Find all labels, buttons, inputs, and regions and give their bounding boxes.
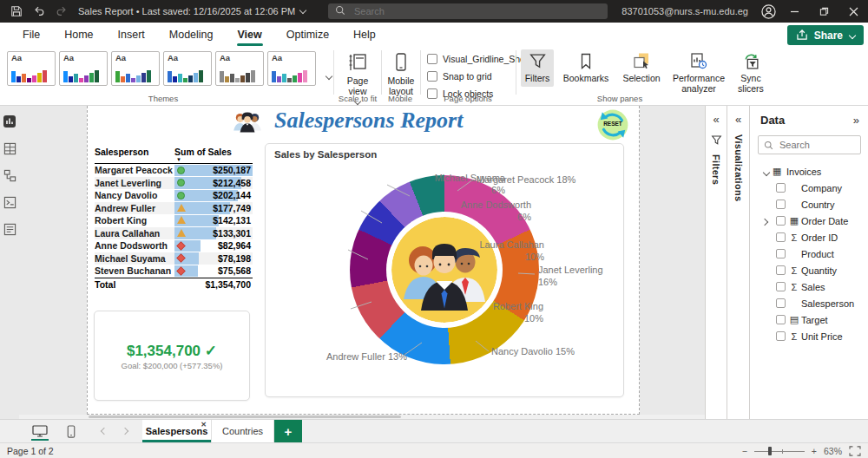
table-row[interactable]: Laura Callahan$133,301 bbox=[95, 227, 253, 240]
field-checkbox[interactable] bbox=[776, 331, 786, 341]
restore-button[interactable] bbox=[809, 0, 838, 23]
collapse-table-icon[interactable] bbox=[759, 167, 769, 177]
field-row-product[interactable]: Product bbox=[750, 245, 868, 262]
zoom-level[interactable]: 63% bbox=[824, 446, 842, 456]
field-row-country[interactable]: Country bbox=[750, 196, 868, 213]
expand-visualizations-icon[interactable]: « bbox=[735, 113, 741, 126]
theme-card-6[interactable]: Aa bbox=[267, 51, 316, 86]
next-page-icon[interactable] bbox=[115, 420, 135, 442]
ribbon-tab-file[interactable]: File bbox=[10, 23, 52, 48]
checkbox[interactable] bbox=[427, 54, 437, 64]
field-row-salesperson[interactable]: Salesperson bbox=[750, 295, 868, 311]
undo-icon[interactable] bbox=[28, 0, 50, 23]
data-search-input[interactable] bbox=[778, 139, 847, 151]
field-checkbox[interactable] bbox=[776, 298, 786, 308]
selection-button[interactable]: Selection bbox=[618, 49, 665, 83]
column-header-sum-of-sales[interactable]: Sum of Sales ▼ bbox=[174, 147, 253, 157]
expand-field-icon[interactable] bbox=[762, 216, 767, 226]
field-checkbox[interactable] bbox=[776, 315, 786, 324]
field-row-order-date[interactable]: ▦Order Date bbox=[750, 213, 868, 229]
field-checkbox[interactable] bbox=[776, 265, 786, 275]
field-checkbox[interactable] bbox=[776, 249, 786, 258]
table-row[interactable]: Janet Leverling$212,458 bbox=[95, 177, 253, 190]
dax-query-view-icon[interactable] bbox=[3, 196, 16, 211]
table-row[interactable]: Michael Suyama$78,198 bbox=[95, 252, 253, 265]
sales-table-header[interactable]: Salesperson Sum of Sales ▼ bbox=[95, 145, 253, 164]
field-checkbox[interactable] bbox=[776, 232, 786, 242]
fit-to-page-icon[interactable] bbox=[849, 446, 861, 456]
prev-page-icon[interactable] bbox=[94, 420, 115, 442]
field-row-target[interactable]: ▤Target bbox=[750, 311, 868, 328]
model-view-icon[interactable] bbox=[3, 169, 16, 184]
filters-ribbon-button[interactable]: Filters bbox=[521, 49, 554, 87]
save-icon[interactable] bbox=[5, 0, 28, 23]
sync-slicers-button[interactable]: Sync slicers bbox=[733, 49, 769, 94]
table-row[interactable]: Steven Buchanan$75,568 bbox=[95, 265, 253, 278]
table-row[interactable]: Nancy Davolio$202,144 bbox=[95, 189, 253, 202]
ribbon-tab-insert[interactable]: Insert bbox=[106, 23, 157, 48]
ribbon-tab-home[interactable]: Home bbox=[52, 23, 105, 48]
field-row-company[interactable]: Company bbox=[750, 180, 868, 196]
page-tab-salespersons[interactable]: Salespersons ✕ bbox=[142, 420, 212, 442]
title-dropdown-chevron-icon[interactable] bbox=[299, 6, 306, 13]
theme-card-1[interactable]: Aa bbox=[7, 51, 56, 86]
reset-button[interactable]: RESET bbox=[596, 108, 629, 141]
ribbon-tab-optimize[interactable]: Optimize bbox=[274, 23, 341, 48]
field-row-order-id[interactable]: ΣOrder ID bbox=[750, 229, 868, 245]
zoom-slider[interactable] bbox=[754, 447, 805, 455]
table-row[interactable]: Andrew Fuller$177,749 bbox=[95, 202, 253, 215]
account-email[interactable]: 83701053@nurs.s-mu.edu.eg bbox=[621, 6, 748, 16]
account-avatar[interactable] bbox=[757, 0, 779, 23]
report-view-icon[interactable] bbox=[3, 114, 16, 130]
table-row[interactable]: Anne Dodsworth$82,964 bbox=[95, 239, 253, 252]
new-page-button[interactable]: + bbox=[274, 420, 302, 442]
filters-pane-collapsed[interactable]: « Filters bbox=[705, 106, 727, 419]
themes-gallery-expand-icon[interactable] bbox=[321, 70, 332, 81]
table-view-icon[interactable] bbox=[3, 142, 16, 157]
report-page-canvas[interactable]: Salespersons Report RESET Salesperson Su… bbox=[87, 106, 640, 415]
field-row-sales[interactable]: ΣSales bbox=[750, 278, 868, 295]
mobile-layout-button[interactable]: Mobile layout bbox=[384, 52, 418, 96]
pie-chart-card[interactable]: Sales by Salesperson bbox=[265, 143, 624, 397]
close-button[interactable] bbox=[838, 0, 868, 23]
zoom-out-button[interactable]: − bbox=[742, 446, 747, 456]
ribbon-tab-modeling[interactable]: Modeling bbox=[157, 23, 226, 48]
expand-filters-icon[interactable]: « bbox=[713, 113, 719, 126]
field-checkbox[interactable] bbox=[776, 183, 786, 193]
share-button[interactable]: Share bbox=[787, 25, 864, 45]
zoom-in-button[interactable]: + bbox=[812, 446, 817, 456]
tmdl-view-icon[interactable] bbox=[3, 223, 16, 238]
theme-card-5[interactable]: Aa bbox=[215, 51, 264, 86]
redo-icon[interactable] bbox=[50, 0, 73, 23]
checkbox[interactable] bbox=[427, 71, 437, 82]
field-row-unit-price[interactable]: ΣUnit Price bbox=[750, 328, 868, 344]
column-header-salesperson[interactable]: Salesperson bbox=[95, 147, 174, 157]
data-search-box[interactable] bbox=[758, 135, 861, 154]
ribbon-tab-help[interactable]: Help bbox=[341, 23, 388, 48]
collapse-data-pane-icon[interactable]: » bbox=[853, 114, 859, 127]
bookmarks-button[interactable]: Bookmarks bbox=[559, 49, 613, 83]
field-row-quantity[interactable]: ΣQuantity bbox=[750, 262, 868, 278]
table-node-invoices[interactable]: ▦ Invoices bbox=[750, 163, 868, 180]
search-input[interactable] bbox=[352, 5, 578, 17]
visualizations-pane-collapsed[interactable]: « Visualizations bbox=[727, 106, 749, 419]
global-search-box[interactable] bbox=[328, 3, 608, 19]
page-tab-countries[interactable]: Countries bbox=[212, 420, 274, 442]
sales-table-visual[interactable]: Salesperson Sum of Sales ▼ Margaret Peac… bbox=[95, 145, 253, 291]
mobile-view-icon[interactable] bbox=[61, 420, 82, 442]
document-title[interactable]: Sales Report • Last saved: 12/16/2025 at… bbox=[78, 6, 295, 16]
field-checkbox[interactable] bbox=[776, 282, 786, 291]
kpi-card[interactable]: $1,354,700 ✓ Goal: $200,000 (+577.35%) bbox=[94, 311, 250, 401]
field-checkbox[interactable] bbox=[776, 200, 786, 209]
close-page-icon[interactable]: ✕ bbox=[201, 421, 207, 429]
field-checkbox[interactable] bbox=[776, 216, 786, 226]
theme-card-4[interactable]: Aa bbox=[163, 51, 212, 86]
table-row[interactable]: Margaret Peacock$250,187 bbox=[95, 164, 253, 177]
theme-card-2[interactable]: Aa bbox=[59, 51, 108, 86]
web-view-icon[interactable] bbox=[30, 420, 50, 442]
minimize-button[interactable] bbox=[779, 0, 809, 23]
performance-analyzer-button[interactable]: Performance analyzer bbox=[670, 49, 727, 94]
table-row[interactable]: Robert King$142,131 bbox=[95, 214, 253, 227]
ribbon-tab-view[interactable]: View bbox=[226, 23, 274, 48]
theme-card-3[interactable]: Aa bbox=[111, 51, 160, 86]
